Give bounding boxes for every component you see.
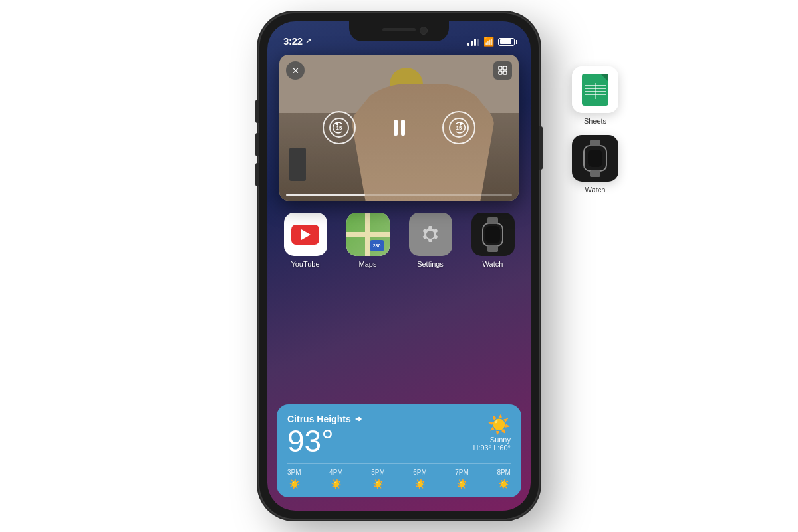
skip-forward-button[interactable]: 15 [442, 111, 475, 144]
pip-expand-button[interactable] [493, 61, 512, 80]
status-icons: 📶 [467, 37, 515, 47]
notch-camera [420, 27, 428, 35]
svg-rect-1 [503, 66, 507, 70]
weather-hour-5: 7PM ☀️ [455, 469, 469, 489]
weather-icon-2: ☀️ [331, 479, 342, 489]
watch-side-label: Watch [585, 186, 606, 194]
floating-app-sheets[interactable]: Sheets [572, 66, 618, 125]
youtube-logo [291, 225, 319, 245]
svg-rect-2 [499, 71, 502, 74]
maps-label: Maps [359, 260, 377, 268]
settings-app-icon[interactable] [409, 213, 452, 256]
settings-label: Settings [417, 260, 444, 268]
app-item-maps[interactable]: 280 Maps [336, 207, 399, 273]
pip-close-button[interactable]: ✕ [286, 61, 305, 80]
app-item-settings[interactable]: Settings [399, 207, 462, 273]
pip-controls: ✕ [279, 55, 519, 201]
weather-icon-6: ☀️ [498, 479, 509, 489]
pause-button[interactable] [382, 111, 416, 144]
maps-app-icon[interactable]: 280 [346, 213, 390, 256]
weather-time-4: 6PM [413, 469, 427, 476]
weather-time-2: 4PM [329, 469, 343, 476]
svg-rect-0 [499, 66, 502, 70]
floating-apps-right: Sheets Watch [572, 66, 618, 194]
skip-back-icon: 15 [329, 117, 350, 138]
svg-point-10 [426, 230, 434, 238]
weather-icon-1: ☀️ [289, 479, 300, 489]
weather-sun-icon: ☀️ [473, 414, 511, 436]
settings-gear-icon [418, 222, 443, 247]
pip-video-container[interactable]: ✕ [279, 55, 519, 201]
notch-speaker [382, 28, 416, 31]
svg-text:15: 15 [336, 125, 342, 131]
floating-app-watch[interactable]: Watch [572, 135, 618, 194]
watch-app-icon[interactable] [471, 213, 515, 256]
weather-icon-3: ☀️ [372, 479, 384, 489]
weather-icon-4: ☀️ [414, 479, 426, 489]
notch [349, 21, 449, 41]
pip-video: ✕ [279, 55, 519, 201]
skip-back-button[interactable]: 15 [323, 111, 356, 144]
pip-progress-fill [286, 194, 365, 196]
pip-progress-bar[interactable] [286, 194, 512, 196]
weather-location-icon: ➔ [355, 414, 362, 424]
location-arrow-icon: ↗ [305, 37, 311, 45]
wifi-icon: 📶 [483, 37, 494, 47]
weather-condition: Sunny H:93° L:60° [473, 436, 511, 452]
app-grid: YouTube 280 Maps [267, 207, 531, 273]
weather-icon-5: ☀️ [456, 479, 467, 489]
weather-hour-2: 4PM ☀️ [329, 469, 343, 489]
weather-temperature: 93° [287, 426, 362, 456]
weather-time-1: 3PM [287, 469, 301, 476]
watch-label: Watch [483, 260, 503, 268]
clock-label: 3:22 [283, 35, 303, 47]
skip-forward-icon: 15 [448, 117, 469, 138]
watch-side-app-icon[interactable] [572, 135, 618, 182]
iphone-device: 3:22 ↗ 📶 [259, 13, 539, 519]
weather-time-3: 5PM [371, 469, 385, 476]
svg-rect-3 [503, 71, 507, 74]
weather-hourly: 3PM ☀️ 4PM ☀️ 5PM ☀️ 6PM [287, 463, 511, 489]
weather-time-5: 7PM [455, 469, 469, 476]
watch-body [482, 223, 503, 247]
weather-left: Citrus Heights ➔ 93° [287, 414, 362, 456]
battery-fill [500, 39, 511, 44]
sheets-app-icon[interactable] [572, 66, 618, 113]
weather-hour-6: 8PM ☀️ [497, 469, 511, 489]
youtube-label: YouTube [291, 260, 319, 268]
iphone-screen: 3:22 ↗ 📶 [267, 21, 531, 511]
weather-city: Citrus Heights ➔ [287, 414, 362, 424]
weather-hour-1: 3PM ☀️ [287, 469, 301, 489]
phone-wrapper: 3:22 ↗ 📶 [259, 13, 539, 519]
sheets-label: Sheets [584, 117, 606, 125]
battery-icon [498, 38, 515, 46]
weather-hour-3: 5PM ☀️ [371, 469, 385, 489]
weather-hour-4: 6PM ☀️ [413, 469, 427, 489]
expand-icon [498, 66, 507, 75]
svg-text:15: 15 [456, 125, 462, 131]
weather-time-6: 8PM [497, 469, 511, 476]
weather-widget[interactable]: Citrus Heights ➔ 93° ☀️ Sunny H:93° L:60… [277, 404, 521, 497]
youtube-app-icon[interactable] [284, 213, 327, 256]
app-item-watch[interactable]: Watch [462, 207, 524, 273]
scene: 3:22 ↗ 📶 [0, 0, 798, 532]
weather-top: Citrus Heights ➔ 93° ☀️ Sunny H:93° L:60… [287, 414, 511, 456]
app-item-youtube[interactable]: YouTube [274, 207, 336, 273]
watch-side-body [583, 145, 607, 172]
weather-right: ☀️ Sunny H:93° L:60° [473, 414, 511, 452]
signal-bars-icon [467, 38, 479, 46]
